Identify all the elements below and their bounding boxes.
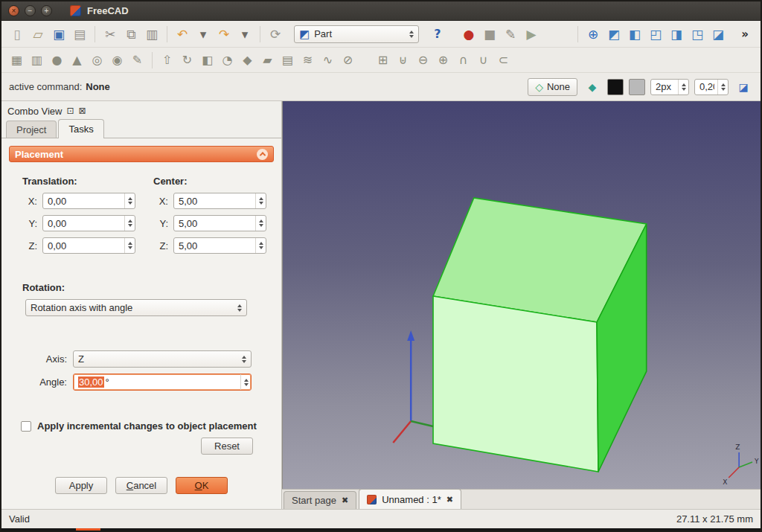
cut-boolean-icon[interactable]: ⊖ — [414, 51, 432, 69]
macro-edit-icon[interactable]: ✎ — [501, 25, 520, 44]
print-icon[interactable]: ▤ — [70, 25, 89, 44]
workbench-selector[interactable]: ◩ Part — [294, 25, 419, 43]
embed-icon[interactable]: ⊂ — [494, 51, 513, 69]
fit-all-icon[interactable]: ⊕ — [583, 25, 603, 44]
center-y-input[interactable]: 5,00 — [173, 215, 266, 231]
part-sphere-icon[interactable]: ● — [48, 51, 66, 69]
tab-start-page[interactable]: Start page ✖ — [284, 491, 356, 509]
part-box-icon[interactable]: ▦ — [7, 51, 26, 69]
copy-icon[interactable]: ⧉ — [121, 25, 141, 44]
svg-text:Z: Z — [735, 443, 740, 451]
placement-section-header[interactable]: Placement — [9, 146, 274, 162]
union-icon[interactable]: ⊕ — [434, 51, 452, 69]
window-maximize-button[interactable]: + — [41, 5, 52, 16]
bottom-view-icon[interactable]: ◪ — [708, 25, 728, 44]
spinner-buttons-icon[interactable] — [255, 216, 263, 231]
right-view-icon[interactable]: ◨ — [667, 25, 686, 44]
selection-view-icon[interactable]: ◆ — [583, 77, 602, 97]
line-width-input[interactable]: 2px — [650, 79, 689, 95]
shape-builder-icon[interactable]: ✎ — [128, 51, 147, 69]
make-face-icon[interactable]: ▰ — [258, 51, 277, 69]
spinner-buttons-icon[interactable] — [124, 193, 132, 208]
spinner-buttons-icon[interactable] — [255, 193, 263, 208]
extrude-icon[interactable]: ⇧ — [158, 51, 176, 69]
point-size-input[interactable]: 0,20 — [694, 79, 729, 95]
fillet-icon[interactable]: ◔ — [218, 51, 237, 69]
title-bar[interactable]: × − + FreeCAD — [1, 1, 761, 21]
angle-input[interactable]: 30,00° — [73, 374, 252, 391]
float-panel-icon[interactable]: ⊡ — [66, 106, 74, 116]
part-cylinder-icon[interactable]: ▥ — [28, 51, 46, 69]
top-view-icon[interactable]: ◰ — [646, 25, 665, 44]
3d-viewport[interactable]: Z Y X — [282, 101, 761, 489]
redo-menu-icon[interactable]: ▾ — [235, 25, 254, 44]
spinner-buttons-icon[interactable] — [678, 80, 686, 94]
new-document-icon[interactable]: ▯ — [7, 25, 27, 44]
close-tab-icon[interactable]: ✖ — [446, 495, 453, 504]
refresh-icon[interactable]: ⟳ — [266, 25, 285, 44]
translation-z-input[interactable]: 0,00 — [42, 237, 135, 254]
tab-project[interactable]: Project — [6, 121, 57, 138]
reset-button[interactable]: Reset — [201, 438, 253, 455]
part-cone-icon[interactable]: ▲ — [68, 51, 86, 69]
collapse-section-icon[interactable] — [257, 149, 268, 160]
tab-tasks[interactable]: Tasks — [58, 119, 103, 138]
spinner-buttons-icon[interactable] — [124, 238, 132, 253]
connect-icon[interactable]: ∪ — [474, 51, 493, 69]
axis-select[interactable]: Z — [73, 350, 252, 368]
revolve-icon[interactable]: ↻ — [178, 51, 196, 69]
center-z-input[interactable]: 5,00 — [173, 237, 266, 254]
compound-icon[interactable]: ⊞ — [374, 51, 392, 69]
close-panel-icon[interactable]: ⊠ — [79, 106, 86, 116]
cancel-button[interactable]: Cancel — [115, 477, 167, 494]
save-icon[interactable]: ▣ — [49, 25, 68, 44]
window-close-button[interactable]: × — [8, 5, 19, 16]
part-torus-icon[interactable]: ◎ — [88, 51, 106, 69]
tab-unnamed-document[interactable]: Unnamed : 1* ✖ — [359, 489, 461, 509]
svg-text:Y: Y — [754, 458, 759, 465]
axonometric-view-icon[interactable]: ◩ — [604, 25, 624, 44]
view-options-icon[interactable]: ◪ — [734, 77, 753, 97]
macro-play-icon[interactable]: ▶ — [522, 25, 541, 44]
redo-icon[interactable]: ↷ — [214, 25, 234, 44]
close-tab-icon[interactable]: ✖ — [342, 496, 348, 505]
undo-menu-icon[interactable]: ▾ — [193, 25, 213, 44]
whats-this-icon[interactable]: ? — [428, 25, 447, 44]
cut-icon[interactable]: ✂ — [100, 25, 120, 44]
toolbar-overflow-icon[interactable]: » — [735, 25, 755, 44]
freecad-window: × − + FreeCAD ▯▱▣▤ ✂⧉▥ ↶▾↷▾ ⟳ ◩ Part ? ●… — [0, 0, 762, 532]
ruled-surface-icon[interactable]: ▤ — [278, 51, 297, 69]
center-x-input[interactable]: 5,00 — [173, 193, 266, 209]
incremental-checkbox[interactable] — [21, 421, 31, 432]
draw-style-button[interactable]: ◇ None — [528, 78, 577, 96]
cube-front-face[interactable] — [433, 296, 598, 472]
undo-icon[interactable]: ↶ — [173, 25, 192, 44]
intersection-icon[interactable]: ∩ — [454, 51, 473, 69]
macro-record-icon[interactable]: ● — [459, 25, 478, 44]
boolean-icon[interactable]: ⊎ — [394, 51, 412, 69]
loft-icon[interactable]: ≋ — [298, 51, 317, 69]
rotation-mode-select[interactable]: Rotation axis with angle — [25, 299, 247, 316]
spinner-buttons-icon[interactable] — [124, 216, 132, 231]
rear-view-icon[interactable]: ◳ — [688, 25, 707, 44]
line-color-swatch[interactable] — [607, 79, 624, 95]
part-primitives-icon[interactable]: ◉ — [108, 51, 127, 69]
translation-y-input[interactable]: 0,00 — [42, 215, 135, 231]
window-minimize-button[interactable]: − — [25, 5, 36, 16]
section-icon[interactable]: ⊘ — [339, 51, 357, 69]
sweep-icon[interactable]: ∿ — [318, 51, 337, 69]
mirror-icon[interactable]: ◧ — [198, 51, 217, 69]
spinner-buttons-icon[interactable] — [240, 374, 249, 390]
open-folder-icon[interactable]: ▱ — [28, 25, 48, 44]
y-label: Y: — [153, 218, 168, 229]
apply-button[interactable]: Apply — [55, 477, 107, 494]
spinner-buttons-icon[interactable] — [255, 238, 263, 253]
macro-stop-icon[interactable]: ■ — [480, 25, 499, 44]
ok-button[interactable]: OK — [176, 477, 228, 494]
paste-icon[interactable]: ▥ — [142, 25, 161, 44]
spinner-buttons-icon[interactable] — [717, 80, 726, 94]
chamfer-icon[interactable]: ◆ — [238, 51, 257, 69]
translation-x-input[interactable]: 0,00 — [42, 193, 135, 209]
front-view-icon[interactable]: ◧ — [625, 25, 644, 44]
face-color-swatch[interactable] — [629, 79, 645, 95]
